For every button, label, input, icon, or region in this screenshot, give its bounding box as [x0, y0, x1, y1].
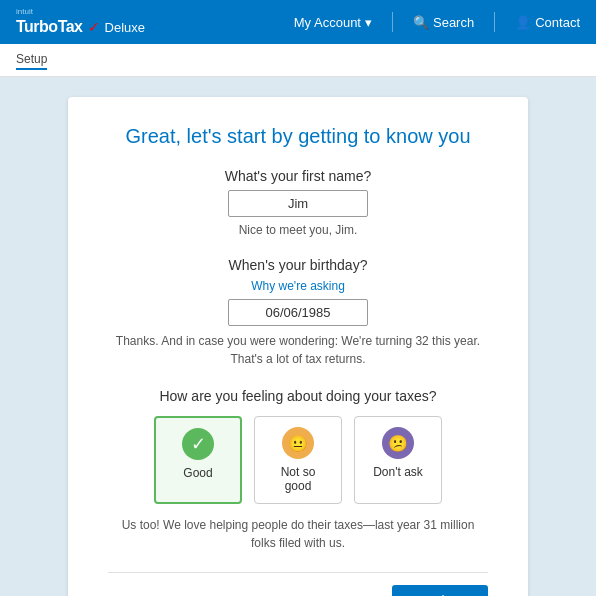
header-nav: My Account ▾ 🔍 Search 👤 Contact: [294, 12, 580, 32]
card-divider: [108, 572, 488, 573]
intuit-label: intuit: [16, 8, 145, 16]
search-button[interactable]: 🔍 Search: [413, 15, 474, 30]
nice-to-meet-text: Nice to meet you, Jim.: [108, 223, 488, 237]
feeling-not-so-good-option[interactable]: 😐 Not so good: [254, 416, 342, 504]
feeling-question: How are you feeling about doing your tax…: [108, 388, 488, 404]
breadcrumb-bar: Setup: [0, 44, 596, 77]
page-background: Great, let's start by getting to know yo…: [0, 77, 596, 596]
header-divider: [392, 12, 393, 32]
feeling-good-option[interactable]: ✓ Good: [154, 416, 242, 504]
not-so-good-label: Not so good: [269, 465, 327, 493]
breadcrumb: Setup: [16, 52, 47, 70]
birthday-note: Thanks. And in case you were wondering: …: [108, 332, 488, 368]
first-name-question: What's your first name?: [108, 168, 488, 184]
deluxe-label: Deluxe: [105, 20, 145, 35]
contact-icon: 👤: [515, 15, 531, 30]
feeling-note: Us too! We love helping people do their …: [108, 516, 488, 552]
check-icon: ✓: [88, 19, 100, 35]
birthday-question: When's your birthday?: [108, 257, 488, 273]
birthday-input[interactable]: [228, 299, 368, 326]
turbotax-label: TurboTax: [16, 18, 83, 36]
why-asking-link[interactable]: Why we're asking: [108, 279, 488, 293]
dont-ask-label: Don't ask: [373, 465, 423, 479]
footer-actions: Continue: [108, 585, 488, 596]
page-title: Great, let's start by getting to know yo…: [108, 125, 488, 148]
good-label: Good: [183, 466, 212, 480]
feeling-options: ✓ Good 😐 Not so good 😕 Don't ask: [108, 416, 488, 504]
continue-button[interactable]: Continue: [392, 585, 488, 596]
good-icon: ✓: [182, 428, 214, 460]
my-account-button[interactable]: My Account ▾: [294, 15, 372, 30]
confused-icon: 😕: [382, 427, 414, 459]
header-divider-2: [494, 12, 495, 32]
first-name-input[interactable]: [228, 190, 368, 217]
feeling-section: How are you feeling about doing your tax…: [108, 388, 488, 552]
birthday-section: When's your birthday? Why we're asking T…: [108, 257, 488, 368]
main-card: Great, let's start by getting to know yo…: [68, 97, 528, 596]
feeling-dont-ask-option[interactable]: 😕 Don't ask: [354, 416, 442, 504]
logo-area: intuit TurboTax ✓ Deluxe: [16, 8, 145, 36]
search-icon: 🔍: [413, 15, 429, 30]
contact-button[interactable]: 👤 Contact: [515, 15, 580, 30]
neutral-icon: 😐: [282, 427, 314, 459]
first-name-section: What's your first name? Nice to meet you…: [108, 168, 488, 237]
header: intuit TurboTax ✓ Deluxe My Account ▾ 🔍 …: [0, 0, 596, 44]
